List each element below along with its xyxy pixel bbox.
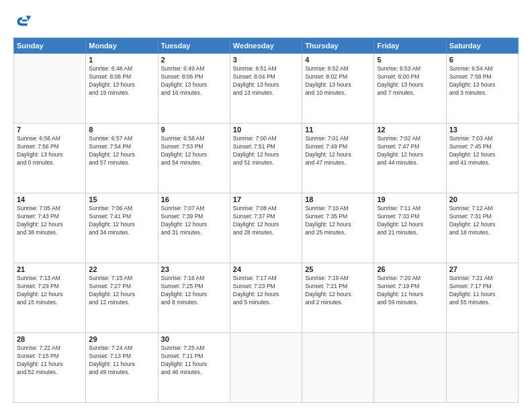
- day-info: Sunrise: 6:56 AM Sunset: 7:56 PM Dayligh…: [17, 135, 83, 167]
- day-number: 6: [449, 56, 515, 64]
- day-number: 3: [233, 56, 299, 64]
- day-info: Sunrise: 7:07 AM Sunset: 7:39 PM Dayligh…: [161, 205, 227, 237]
- day-number: 22: [89, 265, 154, 273]
- week-row-2: 7Sunrise: 6:56 AM Sunset: 7:56 PM Daylig…: [14, 124, 519, 193]
- day-info: Sunrise: 7:03 AM Sunset: 7:45 PM Dayligh…: [449, 135, 515, 167]
- day-number: 12: [377, 126, 443, 134]
- day-cell: 11Sunrise: 7:01 AM Sunset: 7:49 PM Dayli…: [302, 124, 374, 193]
- day-info: Sunrise: 7:06 AM Sunset: 7:41 PM Dayligh…: [89, 205, 154, 237]
- day-number: 27: [449, 265, 515, 273]
- day-number: 2: [161, 56, 227, 64]
- day-number: 4: [305, 56, 371, 64]
- day-cell: 5Sunrise: 6:53 AM Sunset: 8:00 PM Daylig…: [374, 54, 446, 124]
- day-number: 15: [89, 195, 154, 203]
- day-number: 25: [305, 265, 371, 273]
- day-cell: 24Sunrise: 7:17 AM Sunset: 7:23 PM Dayli…: [230, 263, 302, 333]
- day-number: 9: [161, 126, 227, 134]
- day-info: Sunrise: 7:19 AM Sunset: 7:21 PM Dayligh…: [305, 275, 371, 307]
- day-info: Sunrise: 6:53 AM Sunset: 8:00 PM Dayligh…: [377, 65, 443, 97]
- day-number: 30: [161, 335, 227, 343]
- day-info: Sunrise: 7:22 AM Sunset: 7:15 PM Dayligh…: [17, 345, 83, 377]
- day-number: 14: [17, 195, 83, 203]
- day-number: 18: [305, 195, 371, 203]
- week-row-1: 1Sunrise: 6:48 AM Sunset: 8:08 PM Daylig…: [14, 54, 519, 124]
- day-number: 8: [89, 126, 154, 134]
- day-cell: 29Sunrise: 7:24 AM Sunset: 7:13 PM Dayli…: [86, 333, 158, 403]
- weekday-header-wednesday: Wednesday: [230, 38, 302, 54]
- day-number: 19: [377, 195, 443, 203]
- logo: [13, 12, 35, 31]
- weekday-header-monday: Monday: [86, 38, 158, 54]
- header: [13, 12, 519, 31]
- day-info: Sunrise: 7:16 AM Sunset: 7:25 PM Dayligh…: [161, 275, 227, 307]
- day-info: Sunrise: 6:58 AM Sunset: 7:53 PM Dayligh…: [161, 135, 227, 167]
- day-cell: 18Sunrise: 7:10 AM Sunset: 7:35 PM Dayli…: [302, 193, 374, 263]
- day-cell: 27Sunrise: 7:21 AM Sunset: 7:17 PM Dayli…: [446, 263, 518, 333]
- day-cell: 6Sunrise: 6:54 AM Sunset: 7:58 PM Daylig…: [446, 54, 518, 124]
- day-info: Sunrise: 7:10 AM Sunset: 7:35 PM Dayligh…: [305, 205, 371, 237]
- day-info: Sunrise: 7:15 AM Sunset: 7:27 PM Dayligh…: [89, 275, 154, 307]
- day-info: Sunrise: 6:48 AM Sunset: 8:08 PM Dayligh…: [89, 65, 154, 97]
- day-number: 7: [17, 126, 83, 134]
- day-cell: 9Sunrise: 6:58 AM Sunset: 7:53 PM Daylig…: [158, 124, 230, 193]
- day-number: 26: [377, 265, 443, 273]
- day-info: Sunrise: 7:08 AM Sunset: 7:37 PM Dayligh…: [233, 205, 299, 237]
- day-cell: [14, 54, 86, 124]
- weekday-header-row: SundayMondayTuesdayWednesdayThursdayFrid…: [14, 38, 519, 54]
- day-number: 24: [233, 265, 299, 273]
- day-number: 17: [233, 195, 299, 203]
- day-info: Sunrise: 7:13 AM Sunset: 7:29 PM Dayligh…: [17, 275, 83, 307]
- day-number: 10: [233, 126, 299, 134]
- day-info: Sunrise: 7:21 AM Sunset: 7:17 PM Dayligh…: [449, 275, 515, 307]
- day-cell: [446, 333, 518, 403]
- day-info: Sunrise: 7:00 AM Sunset: 7:51 PM Dayligh…: [233, 135, 299, 167]
- day-cell: 8Sunrise: 6:57 AM Sunset: 7:54 PM Daylig…: [86, 124, 158, 193]
- day-number: 20: [449, 195, 515, 203]
- day-cell: 23Sunrise: 7:16 AM Sunset: 7:25 PM Dayli…: [158, 263, 230, 333]
- day-info: Sunrise: 6:57 AM Sunset: 7:54 PM Dayligh…: [89, 135, 154, 167]
- day-cell: 19Sunrise: 7:11 AM Sunset: 7:33 PM Dayli…: [374, 193, 446, 263]
- day-cell: 3Sunrise: 6:51 AM Sunset: 8:04 PM Daylig…: [230, 54, 302, 124]
- page: SundayMondayTuesdayWednesdayThursdayFrid…: [0, 0, 532, 411]
- day-number: 23: [161, 265, 227, 273]
- day-number: 11: [305, 126, 371, 134]
- day-info: Sunrise: 7:11 AM Sunset: 7:33 PM Dayligh…: [377, 205, 443, 237]
- day-cell: 1Sunrise: 6:48 AM Sunset: 8:08 PM Daylig…: [86, 54, 158, 124]
- day-cell: 21Sunrise: 7:13 AM Sunset: 7:29 PM Dayli…: [14, 263, 86, 333]
- day-info: Sunrise: 7:12 AM Sunset: 7:31 PM Dayligh…: [449, 205, 515, 237]
- day-info: Sunrise: 6:49 AM Sunset: 8:06 PM Dayligh…: [161, 65, 227, 97]
- day-cell: 22Sunrise: 7:15 AM Sunset: 7:27 PM Dayli…: [86, 263, 158, 333]
- day-info: Sunrise: 7:02 AM Sunset: 7:47 PM Dayligh…: [377, 135, 443, 167]
- day-number: 1: [89, 56, 154, 64]
- day-cell: [230, 333, 302, 403]
- day-cell: 15Sunrise: 7:06 AM Sunset: 7:41 PM Dayli…: [86, 193, 158, 263]
- day-info: Sunrise: 6:51 AM Sunset: 8:04 PM Dayligh…: [233, 65, 299, 97]
- day-cell: 13Sunrise: 7:03 AM Sunset: 7:45 PM Dayli…: [446, 124, 518, 193]
- calendar-table: SundayMondayTuesdayWednesdayThursdayFrid…: [13, 38, 519, 403]
- day-cell: 14Sunrise: 7:05 AM Sunset: 7:43 PM Dayli…: [14, 193, 86, 263]
- weekday-header-thursday: Thursday: [302, 38, 374, 54]
- day-cell: 7Sunrise: 6:56 AM Sunset: 7:56 PM Daylig…: [14, 124, 86, 193]
- day-number: 29: [89, 335, 154, 343]
- week-row-3: 14Sunrise: 7:05 AM Sunset: 7:43 PM Dayli…: [14, 193, 519, 263]
- week-row-4: 21Sunrise: 7:13 AM Sunset: 7:29 PM Dayli…: [14, 263, 519, 333]
- day-number: 5: [377, 56, 443, 64]
- logo-icon: [13, 12, 32, 31]
- day-number: 28: [17, 335, 83, 343]
- day-cell: 2Sunrise: 6:49 AM Sunset: 8:06 PM Daylig…: [158, 54, 230, 124]
- day-cell: [374, 333, 446, 403]
- day-info: Sunrise: 7:17 AM Sunset: 7:23 PM Dayligh…: [233, 275, 299, 307]
- day-cell: 30Sunrise: 7:25 AM Sunset: 7:11 PM Dayli…: [158, 333, 230, 403]
- day-cell: 28Sunrise: 7:22 AM Sunset: 7:15 PM Dayli…: [14, 333, 86, 403]
- day-cell: 25Sunrise: 7:19 AM Sunset: 7:21 PM Dayli…: [302, 263, 374, 333]
- weekday-header-friday: Friday: [374, 38, 446, 54]
- day-info: Sunrise: 7:24 AM Sunset: 7:13 PM Dayligh…: [89, 345, 154, 377]
- day-info: Sunrise: 7:20 AM Sunset: 7:19 PM Dayligh…: [377, 275, 443, 307]
- day-cell: 26Sunrise: 7:20 AM Sunset: 7:19 PM Dayli…: [374, 263, 446, 333]
- day-cell: 12Sunrise: 7:02 AM Sunset: 7:47 PM Dayli…: [374, 124, 446, 193]
- day-info: Sunrise: 7:01 AM Sunset: 7:49 PM Dayligh…: [305, 135, 371, 167]
- day-cell: 17Sunrise: 7:08 AM Sunset: 7:37 PM Dayli…: [230, 193, 302, 263]
- day-cell: 16Sunrise: 7:07 AM Sunset: 7:39 PM Dayli…: [158, 193, 230, 263]
- week-row-5: 28Sunrise: 7:22 AM Sunset: 7:15 PM Dayli…: [14, 333, 519, 403]
- day-number: 13: [449, 126, 515, 134]
